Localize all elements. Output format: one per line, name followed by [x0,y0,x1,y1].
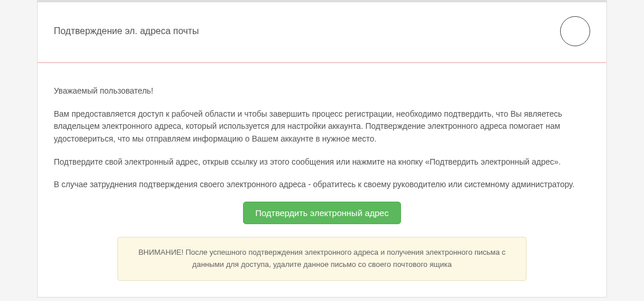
body-paragraph-2: Подтвердите свой электронный адрес, откр… [54,156,590,169]
email-confirmation-card: Подтверждение эл. адреса почты Уважаемый… [37,0,607,298]
warning-box: ВНИМАНИЕ! После успешного подтверждения … [117,237,527,281]
greeting-text: Уважаемый пользователь! [54,85,590,98]
warning-text: После успешного подтверждения электронно… [186,248,506,269]
confirm-email-button[interactable]: Подтвердить электронный адрес [243,202,400,224]
card-title: Подтверждение эл. адреса почты [54,26,199,36]
warning-label: ВНИМАНИЕ! [138,248,186,257]
body-paragraph-3: В случае затруднения подтверждения своег… [54,179,590,191]
button-container: Подтвердить электронный адрес [54,202,590,224]
card-body: Уважаемый пользователь! Вам предоставляе… [38,63,606,297]
body-paragraph-1: Вам предоставляется доступ к рабочей обл… [54,108,590,146]
card-header: Подтверждение эл. адреса почты [38,2,606,63]
status-circle-icon [560,16,590,46]
